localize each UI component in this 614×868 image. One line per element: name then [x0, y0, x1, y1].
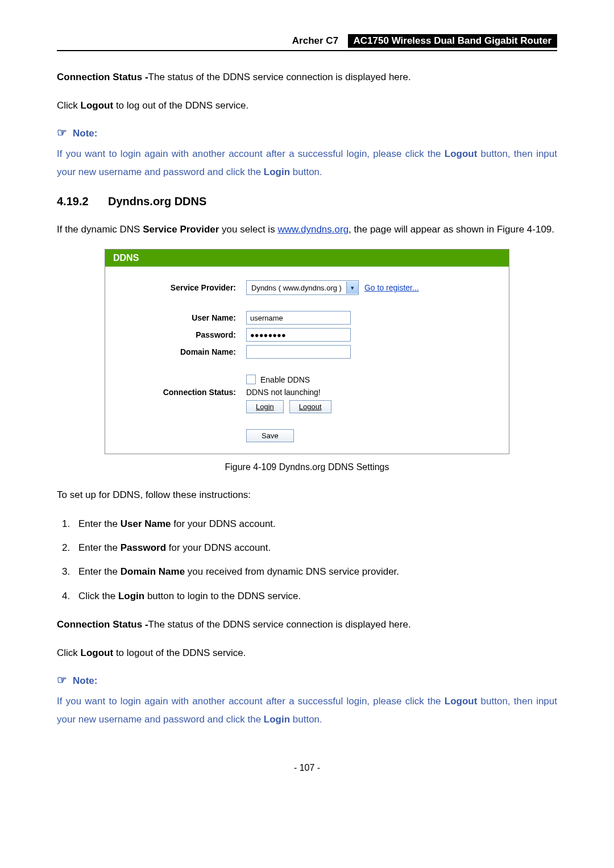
setup-intro: To set up for DDNS, follow these instruc… — [57, 486, 557, 504]
connection-status-label: Connection Status - — [57, 72, 148, 82]
section-intro: If the dynamic DNS Service Provider you … — [57, 221, 557, 239]
password-input[interactable] — [246, 328, 351, 342]
page-number: - 107 - — [57, 763, 557, 773]
section-title: Dyndns.org DDNS — [108, 195, 206, 207]
connection-status-text: The status of the DDNS service connectio… — [148, 72, 411, 82]
page-header: Archer C7 AC1750 Wireless Dual Band Giga… — [57, 34, 557, 48]
label-user-name: User Name: — [105, 313, 246, 322]
label-connection-status: Connection Status: — [105, 388, 246, 397]
list-item: Click the Login button to login to the D… — [73, 587, 557, 605]
label-password: Password: — [105, 330, 246, 339]
setup-steps: Enter the User Name for your DDNS accoun… — [57, 515, 557, 605]
list-item: Enter the Domain Name you received from … — [73, 563, 557, 581]
enable-ddns-label: Enable DDNS — [260, 375, 310, 384]
pointer-icon: ☞ — [57, 674, 67, 686]
service-provider-select[interactable]: Dyndns ( www.dyndns.org ) ▾ — [246, 280, 359, 295]
label-domain-name: Domain Name: — [105, 347, 246, 356]
header-model: Archer C7 — [288, 34, 343, 48]
note-body-2: If you want to login again with another … — [57, 692, 557, 729]
label-service-provider: Service Provider: — [105, 283, 246, 292]
connection-status-paragraph-1: Connection Status -The status of the DDN… — [57, 68, 557, 86]
ddns-settings-panel: DDNS Service Provider: Dyndns ( www.dynd… — [105, 249, 509, 454]
user-name-input[interactable] — [246, 311, 351, 325]
note-body-1: If you want to login again with another … — [57, 145, 557, 182]
save-button[interactable]: Save — [246, 429, 294, 442]
enable-ddns-checkbox[interactable] — [246, 375, 256, 384]
connection-status-paragraph-2: Connection Status -The status of the DDN… — [57, 616, 557, 634]
header-title: AC1750 Wireless Dual Band Gigabit Router — [348, 34, 557, 48]
section-number: 4.19.2 — [57, 195, 108, 208]
connection-status-value: DDNS not launching! — [246, 388, 321, 397]
go-to-register-link[interactable]: Go to register... — [364, 283, 419, 292]
logout-button[interactable]: Logout — [289, 400, 331, 413]
dyndns-link[interactable]: www.dyndns.org — [277, 224, 349, 235]
panel-title: DDNS — [105, 250, 509, 267]
section-heading: 4.19.2Dyndns.org DDNS — [57, 195, 557, 208]
logout-paragraph-2: Click Logout to logout of the DDNS servi… — [57, 644, 557, 662]
note-heading-2: ☞Note: — [57, 673, 557, 687]
login-button[interactable]: Login — [246, 400, 284, 413]
logout-paragraph-1: Click Logout to log out of the DDNS serv… — [57, 97, 557, 115]
note-heading-1: ☞Note: — [57, 126, 557, 139]
header-rule — [57, 50, 557, 51]
chevron-down-icon: ▾ — [346, 281, 358, 294]
list-item: Enter the User Name for your DDNS accoun… — [73, 515, 557, 533]
list-item: Enter the Password for your DDNS account… — [73, 539, 557, 557]
domain-name-input[interactable] — [246, 345, 351, 359]
pointer-icon: ☞ — [57, 126, 67, 139]
figure-caption: Figure 4-109 Dyndns.org DDNS Settings — [57, 462, 557, 472]
